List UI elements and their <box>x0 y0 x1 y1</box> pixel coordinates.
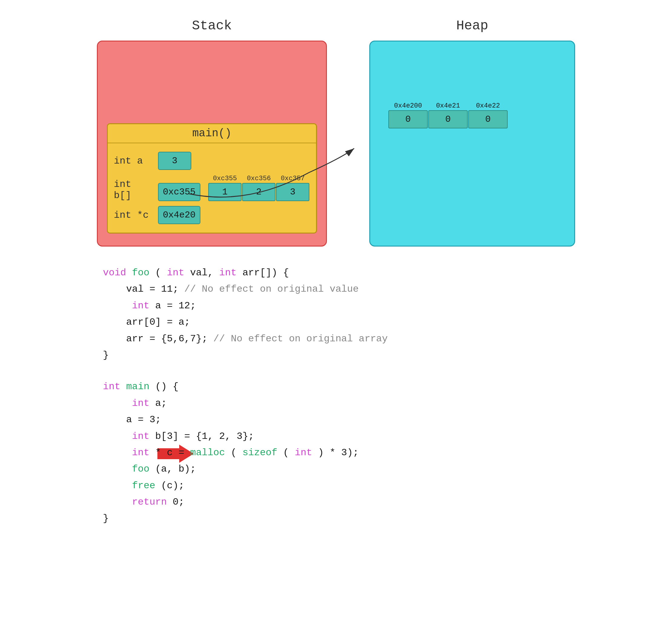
heap-cell-1: 0 <box>428 110 468 129</box>
heap-cells: 0 0 0 <box>388 110 508 129</box>
b-cell-1: 2 <box>242 183 275 201</box>
var-row-a: int a 3 <box>108 149 316 172</box>
b-addr-2: 0xc357 <box>276 175 309 182</box>
heap-box: 0x4e200 0x4e21 0x4e22 0 0 0 <box>369 41 575 247</box>
foo-code-block: void foo ( int val, int arr[]) { val = 1… <box>103 265 569 364</box>
main-frame-title: main() <box>108 124 316 143</box>
var-value-a: 3 <box>158 152 191 170</box>
stack-container: Stack main() int a 3 int b[] 0xc355 <box>97 18 327 247</box>
b-cell-2: 3 <box>276 183 309 201</box>
main-line2: int a; <box>103 395 569 412</box>
stack-label: Stack <box>192 18 232 33</box>
foo-line6: } <box>103 347 569 364</box>
main-line7: free (c); <box>103 477 569 494</box>
main-line3: a = 3; <box>103 412 569 428</box>
var-row-b: int b[] 0xc355 0xc355 0xc356 0xc357 1 2 … <box>108 172 316 204</box>
heap-cell-2: 0 <box>468 110 508 129</box>
main-frame: main() int a 3 int b[] 0xc355 0xc355 0xc… <box>107 123 317 234</box>
main-line9: } <box>103 510 569 527</box>
heap-cell-0: 0 <box>388 110 428 129</box>
b-addresses: 0xc355 0xc356 0xc357 <box>208 175 309 182</box>
var-label-b: int b[] <box>114 179 153 201</box>
foo-line2: val = 11; // No effect on original value <box>103 281 569 298</box>
b-addr-0: 0xc355 <box>208 175 242 182</box>
heap-array-group: 0x4e200 0x4e21 0x4e22 0 0 0 <box>388 102 508 129</box>
diagram-section: Stack main() int a 3 int b[] 0xc355 <box>0 0 672 259</box>
code-section: void foo ( int val, int arr[]) { val = 1… <box>0 259 672 527</box>
foo-line1: void foo ( int val, int arr[]) { <box>103 265 569 281</box>
main-line5: int * c = malloc ( sizeof ( int ) * 3); <box>103 445 569 461</box>
var-value-c: 0x4e20 <box>158 206 200 224</box>
main-code-block: int main () { int a; a = 3; int b[3] = {… <box>103 379 569 527</box>
main-line1: int main () { <box>103 379 569 395</box>
b-addr-1: 0xc356 <box>242 175 275 182</box>
heap-addresses: 0x4e200 0x4e21 0x4e22 <box>388 102 508 110</box>
var-label-c: int *c <box>114 210 153 221</box>
var-row-c: int *c 0x4e20 <box>108 204 316 227</box>
b-cell-0: 1 <box>208 183 242 201</box>
var-value-b: 0xc355 <box>158 183 200 201</box>
main-line6: foo (a, b); <box>103 461 569 477</box>
main-line8: return 0; <box>103 494 569 510</box>
stack-box: main() int a 3 int b[] 0xc355 0xc355 0xc… <box>97 41 327 247</box>
foo-line3: int a = 12; <box>103 298 569 314</box>
heap-addr-0: 0x4e200 <box>388 102 428 110</box>
main-line4: int b[3] = {1, 2, 3}; <box>103 428 569 445</box>
heap-label: Heap <box>456 18 488 33</box>
foo-line4: arr[0] = a; <box>103 314 569 330</box>
var-label-a: int a <box>114 155 153 167</box>
heap-addr-2: 0x4e22 <box>468 102 508 110</box>
heap-addr-1: 0x4e21 <box>428 102 468 110</box>
foo-line5: arr = {5,6,7}; // No effect on original … <box>103 331 569 347</box>
b-cells: 1 2 3 <box>208 183 309 201</box>
heap-container: Heap 0x4e200 0x4e21 0x4e22 0 0 0 <box>369 18 575 247</box>
